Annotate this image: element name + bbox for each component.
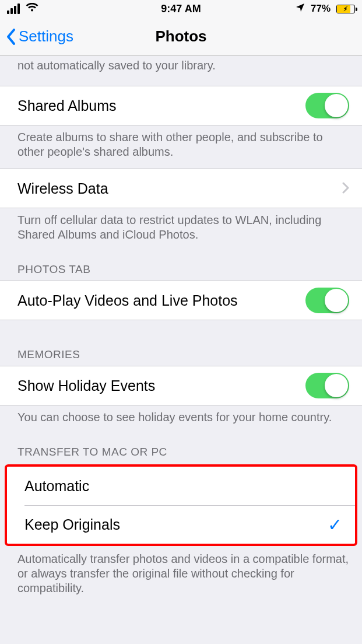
wireless-data-label: Wireless Data: [17, 180, 108, 197]
transfer-option-automatic[interactable]: Automatic: [7, 467, 355, 505]
back-button[interactable]: Settings: [0, 27, 73, 46]
transfer-keep-originals-label: Keep Originals: [24, 516, 120, 533]
shared-albums-label: Shared Albums: [17, 97, 117, 114]
wireless-data-row[interactable]: Wireless Data: [0, 169, 362, 208]
highlight-annotation: Automatic Keep Originals ✓: [5, 464, 357, 546]
holiday-events-label: Show Holiday Events: [17, 377, 155, 394]
memories-header: MEMORIES: [0, 320, 362, 366]
shared-albums-toggle[interactable]: [305, 93, 349, 118]
status-bar: 9:47 AM 77% ⚡︎: [0, 0, 362, 18]
checkmark-icon: ✓: [328, 514, 342, 535]
autoplay-row[interactable]: Auto-Play Videos and Live Photos: [0, 281, 362, 320]
autoplay-toggle[interactable]: [305, 288, 349, 313]
holiday-events-row[interactable]: Show Holiday Events: [0, 366, 362, 405]
chevron-left-icon: [6, 28, 16, 46]
shared-albums-footer: Create albums to share with other people…: [0, 125, 362, 169]
transfer-header: TRANSFER TO MAC OR PC: [0, 434, 362, 463]
back-label: Settings: [19, 27, 73, 46]
shared-albums-row[interactable]: Shared Albums: [0, 86, 362, 125]
partial-footer-text: not automatically saved to your library.: [0, 56, 362, 86]
memories-footer: You can choose to see holiday events for…: [0, 405, 362, 434]
holiday-events-toggle[interactable]: [305, 373, 349, 398]
transfer-option-keep-originals[interactable]: Keep Originals ✓: [7, 505, 355, 544]
nav-bar: Settings Photos: [0, 18, 362, 56]
battery-percent: 77%: [311, 3, 331, 15]
photos-tab-header: PHOTOS TAB: [0, 251, 362, 281]
chevron-right-icon: [342, 180, 349, 197]
transfer-automatic-label: Automatic: [24, 478, 89, 495]
transfer-footer: Automatically transfer photos and videos…: [0, 547, 362, 605]
location-icon: [296, 3, 305, 15]
autoplay-label: Auto-Play Videos and Live Photos: [17, 292, 238, 309]
battery-icon: ⚡︎: [336, 5, 355, 13]
cellular-signal-icon: [7, 4, 20, 14]
wifi-icon: [26, 3, 38, 15]
wireless-data-footer: Turn off cellular data to restrict updat…: [0, 208, 362, 251]
